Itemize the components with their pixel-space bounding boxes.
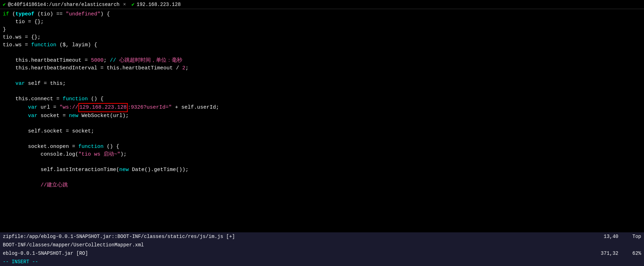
code-line-5: tio.ws = function ($, layim) { [0, 41, 644, 49]
code-line-6-empty [0, 49, 644, 57]
comment-zh-heartbeat: //建立心跳 [41, 182, 68, 189]
tab-elasticsearch[interactable]: ✔ @c40f141861e4:/usr/share/elasticsearch… [3, 1, 126, 7]
keyword-function-2: function [63, 95, 88, 103]
status-position-1: 13,40 [604, 233, 618, 240]
status-bar-jar-right: 371,32 62% [601, 250, 641, 257]
num-5000: 5000 [91, 57, 104, 64]
keyword-function-3: function [78, 143, 104, 151]
code-line-20-empty [0, 158, 644, 166]
terminal-window: ✔ @c40f141861e4:/usr/share/elasticsearch… [0, 0, 644, 266]
code-line-13: var url = "ws://129.168.223.128:9326?use… [0, 103, 644, 112]
ip-box-highlight: 129.168.223.128 [78, 103, 128, 112]
code-line-1: if ( typeof (tio) == "undefined" ) { [0, 11, 644, 18]
keyword-if: if [3, 11, 9, 18]
code-line-3: } [0, 26, 644, 34]
tab1-check-icon: ✔ [3, 1, 6, 7]
status-percent-3: 62% [632, 250, 641, 257]
status-bar-file: zipfile:/app/eblog-0.0.1-SNAPSHOT.jar::B… [0, 232, 644, 241]
comment-1: // [110, 57, 119, 64]
code-line-21: self.lastInteractionTime( new Date().get… [0, 166, 644, 174]
num-2: 2 [182, 64, 185, 72]
code-line-9-empty [0, 72, 644, 80]
keyword-var-3: var [28, 112, 37, 120]
str-ws-start: "ws:// [59, 104, 78, 111]
string-undefined: "undefined" [66, 11, 100, 18]
code-line-2: tio = {}; [0, 18, 644, 26]
code-line-16: self.socket = socket; [0, 128, 644, 135]
keyword-new: new [69, 112, 78, 120]
code-line-22-empty [0, 174, 644, 182]
status-bar-insert: -- INSERT -- [0, 258, 644, 266]
code-line-11-empty [0, 88, 644, 95]
keyword-new-2: new [119, 166, 129, 174]
status-bars: zipfile:/app/eblog-0.0.1-SNAPSHOT.jar::B… [0, 232, 644, 266]
status-top: Top [632, 233, 641, 240]
code-line-18: socket.onopen = function () { [0, 143, 644, 151]
code-line-19: console.log( "tio ws 启动~" ); [0, 151, 644, 158]
keyword-function-1: function [31, 41, 56, 49]
status-bar-jar: eblog-0.0.1-SNAPSHOT.jar [RO] 371,32 62% [0, 249, 644, 258]
status-bar-mapper-path: BOOT-INF/classes/mapper/UserCollectionMa… [3, 241, 627, 248]
code-line-12: this.connect = function () { [0, 95, 644, 103]
code-line-17-empty [0, 135, 644, 143]
str-ws-end: :9326?userId=" [128, 104, 172, 111]
keyword-var-1: var [15, 80, 25, 88]
code-line-14: var socket = new WebSocket(url); [0, 112, 644, 120]
insert-mode-label: -- INSERT -- [3, 258, 641, 265]
tab-bar: ✔ @c40f141861e4:/usr/share/elasticsearch… [0, 0, 644, 9]
code-line-15-empty [0, 120, 644, 128]
code-line-7: this.heartbeatTimeout = 5000 ; // 心跳超时时间… [0, 57, 644, 64]
tab1-close-icon[interactable]: × [123, 2, 126, 7]
tab2-check-icon: ✔ [132, 1, 134, 7]
tab1-label: @c40f141861e4:/usr/share/elasticsearch [8, 2, 119, 7]
code-editor: if ( typeof (tio) == "undefined" ) { tio… [0, 9, 644, 232]
code-line-8: this.heartbeatSendInterval = this.heartb… [0, 64, 644, 72]
keyword-typeof: typeof [15, 11, 34, 18]
tab-ip[interactable]: ✔ 192.168.223.128 [132, 1, 181, 7]
status-bar-file-path: zipfile:/app/eblog-0.0.1-SNAPSHOT.jar::B… [3, 233, 604, 240]
keyword-var-2: var [28, 104, 37, 111]
code-line-4: tio.ws = {}; [0, 34, 644, 41]
status-position-3: 371,32 [601, 250, 618, 257]
tab2-label: 192.168.223.128 [137, 2, 181, 7]
code-line-23: //建立心跳 [0, 182, 644, 189]
status-bar-mapper: BOOT-INF/classes/mapper/UserCollectionMa… [0, 241, 644, 249]
status-bar-file-right: 13,40 Top [604, 233, 641, 240]
comment-zh-1: 心跳超时时间，单位：毫秒 [119, 57, 182, 64]
status-bar-jar-path: eblog-0.0.1-SNAPSHOT.jar [RO] [3, 250, 601, 257]
code-line-10: var self = this; [0, 80, 644, 88]
str-tio-ws: "tio ws 启动~" [78, 151, 120, 158]
